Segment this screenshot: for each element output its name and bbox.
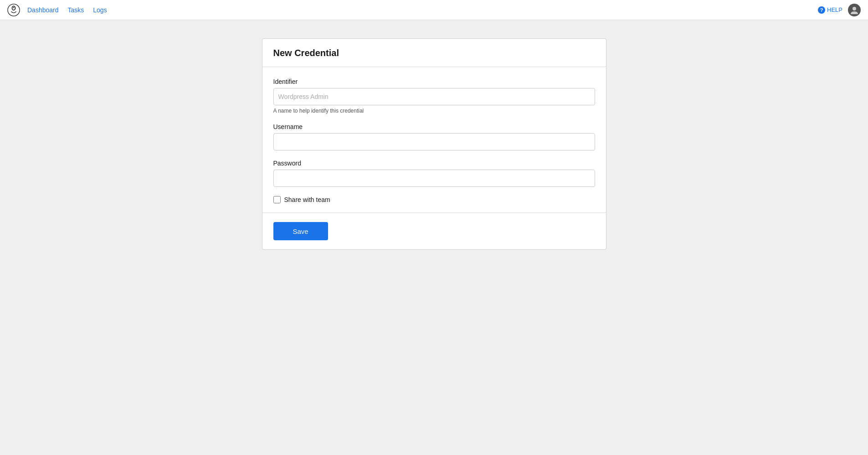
- navbar-links: Dashboard Tasks Logs: [27, 6, 107, 14]
- navbar-right: ? HELP: [818, 4, 861, 16]
- card-body: Identifier A name to help identify this …: [262, 67, 606, 213]
- password-label: Password: [273, 160, 595, 167]
- page-title: New Credential: [273, 48, 595, 58]
- nav-tasks-link[interactable]: Tasks: [68, 6, 84, 14]
- share-with-team-label[interactable]: Share with team: [284, 196, 330, 203]
- card-footer: Save: [262, 213, 606, 249]
- identifier-hint: A name to help identify this credential: [273, 108, 595, 114]
- password-input[interactable]: [273, 170, 595, 187]
- navbar: Dashboard Tasks Logs ? HELP: [0, 0, 868, 20]
- svg-point-3: [13, 7, 15, 8]
- identifier-group: Identifier A name to help identify this …: [273, 78, 595, 114]
- user-avatar[interactable]: [848, 4, 861, 16]
- app-logo: [7, 4, 20, 16]
- share-with-team-checkbox[interactable]: [273, 196, 281, 203]
- help-icon: ?: [818, 6, 825, 14]
- card-header: New Credential: [262, 39, 606, 67]
- username-group: Username: [273, 123, 595, 150]
- nav-logs-link[interactable]: Logs: [93, 6, 107, 14]
- nav-dashboard-link[interactable]: Dashboard: [27, 6, 59, 14]
- help-link[interactable]: ? HELP: [818, 6, 842, 14]
- username-label: Username: [273, 123, 595, 130]
- password-group: Password: [273, 160, 595, 187]
- identifier-label: Identifier: [273, 78, 595, 85]
- svg-point-4: [853, 7, 856, 10]
- help-label: HELP: [827, 6, 842, 13]
- username-input[interactable]: [273, 133, 595, 150]
- page-content: New Credential Identifier A name to help…: [0, 20, 868, 268]
- identifier-input[interactable]: [273, 88, 595, 105]
- share-with-team-group: Share with team: [273, 196, 595, 203]
- credential-card: New Credential Identifier A name to help…: [262, 38, 606, 250]
- save-button[interactable]: Save: [273, 222, 328, 240]
